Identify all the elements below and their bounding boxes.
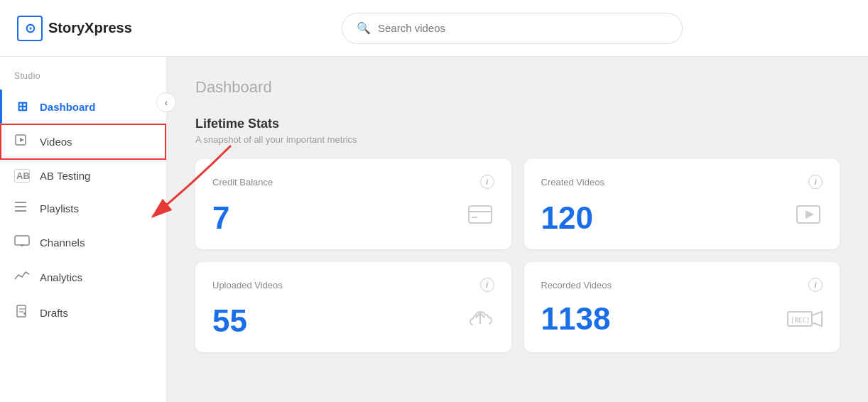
channels-icon [14,234,30,251]
sidebar: Studio ⊞ Dashboard Videos AB AB Testing [0,57,167,402]
app-name: StoryXpress [48,20,132,36]
search-input[interactable] [378,22,668,34]
dashboard-icon: ⊞ [14,99,30,114]
app-header: ⊙ StoryXpress 🔍 [0,0,868,57]
svg-rect-12 [469,206,492,223]
uploaded-videos-info-icon[interactable]: i [480,278,494,292]
svg-marker-16 [805,210,814,219]
drafts-icon [14,304,30,322]
playlists-icon [14,201,30,216]
sidebar-item-drafts[interactable]: Drafts [0,295,166,331]
ab-testing-icon: AB [14,169,30,183]
sidebar-label-channels: Channels [40,237,85,249]
uploaded-videos-label: Uploaded Videos [212,280,283,290]
sidebar-item-ab-testing[interactable]: AB AB Testing [0,160,166,192]
logo-area: ⊙ StoryXpress [17,16,173,41]
sidebar-item-videos[interactable]: Videos [0,124,166,160]
recorded-videos-info-icon[interactable]: i [808,278,823,292]
search-icon: 🔍 [357,21,371,35]
videos-icon [14,133,30,151]
uploaded-videos-icon [466,303,494,337]
lifetime-stats-subtitle: A snapshot of all your important metrics [195,134,840,145]
sidebar-item-channels[interactable]: Channels [0,225,166,260]
credit-balance-value: 7 [212,202,229,234]
svg-marker-18 [812,312,822,326]
sidebar-label-playlists: Playlists [40,202,79,214]
svg-rect-8 [17,305,26,317]
uploaded-videos-value: 55 [212,305,247,337]
sidebar-item-dashboard[interactable]: ⊞ Dashboard [0,89,166,124]
sidebar-label-drafts: Drafts [40,307,68,319]
svg-marker-1 [20,138,24,142]
search-container: 🔍 [173,13,851,44]
sidebar-item-playlists[interactable]: Playlists [0,192,166,225]
logo-icon: ⊙ [17,16,43,41]
sidebar-label-videos: Videos [40,136,72,148]
stat-card-uploaded-videos: Uploaded Videos i 55 [195,262,511,352]
credit-balance-info-icon[interactable]: i [480,175,494,189]
page-title: Dashboard [195,78,840,97]
search-box: 🔍 [342,13,683,44]
recorded-videos-icon: [REC] [787,308,823,335]
lifetime-stats-title: Lifetime Stats [195,116,840,131]
created-videos-value: 120 [541,202,593,234]
svg-rect-5 [15,236,29,245]
stat-card-credit-balance: Credit Balance i 7 [195,159,511,249]
credit-balance-icon [466,200,494,234]
created-videos-icon [794,200,823,234]
analytics-icon [14,269,30,286]
svg-text:[REC]: [REC] [791,317,810,324]
sidebar-item-analytics[interactable]: Analytics [0,260,166,295]
stat-card-recorded-videos: Recorded Videos i 1138 [REC] [524,262,840,352]
sidebar-collapse-button[interactable]: ‹ [156,92,176,112]
created-videos-label: Created Videos [541,177,604,188]
sidebar-label-analytics: Analytics [40,271,82,283]
stat-card-created-videos: Created Videos i 120 [524,159,840,249]
main-content: Dashboard Lifetime Stats A snapshot of a… [167,57,868,402]
main-layout: Studio ⊞ Dashboard Videos AB AB Testing [0,57,868,402]
sidebar-label-dashboard: Dashboard [40,101,95,113]
credit-balance-label: Credit Balance [212,177,273,188]
stats-grid: Credit Balance i 7 [195,159,840,352]
created-videos-info-icon[interactable]: i [808,175,823,189]
recorded-videos-value: 1138 [541,303,611,335]
recorded-videos-label: Recorded Videos [541,280,612,290]
sidebar-section-label: Studio [0,71,166,89]
sidebar-label-ab-testing: AB Testing [40,170,90,182]
